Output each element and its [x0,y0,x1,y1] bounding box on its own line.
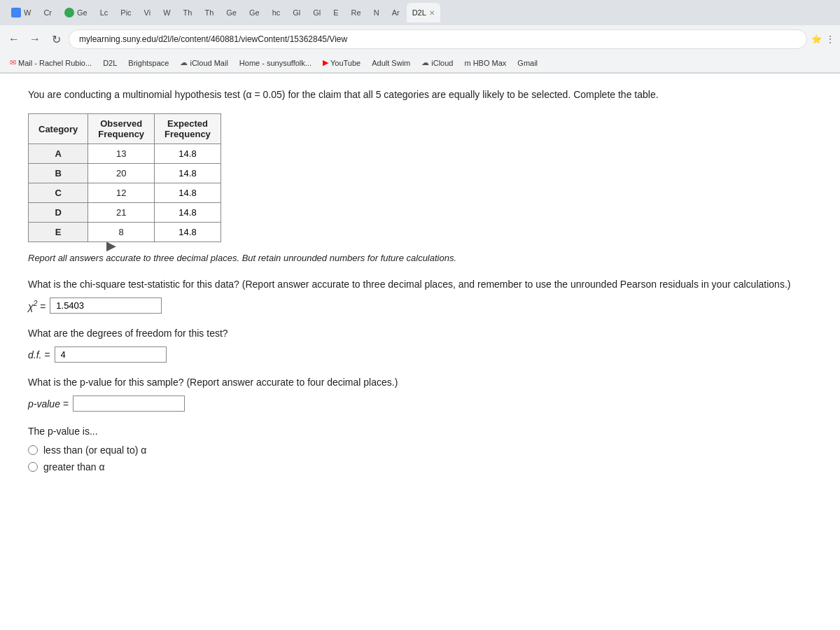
pvalue-input[interactable] [73,396,185,412]
observed-d: 21 [88,203,155,223]
tab-vi[interactable]: Vi [139,3,157,22]
icloud-icon2: ☁ [421,58,429,67]
question-pvalue: What is the p-value for this sample? (Re… [28,375,812,412]
tab-cr[interactable]: Cr [38,3,57,22]
bookmark-icloud[interactable]: ☁ iCloud [417,57,457,69]
tab-ar[interactable]: Ar [386,3,405,22]
youtube-icon: ▶ [323,58,328,67]
q3-text: What is the p-value for this sample? (Re… [28,375,812,390]
col-header-category: Category [29,114,88,144]
category-d: D [29,203,88,223]
q1-text: What is the chi-square test-statistic fo… [28,277,812,292]
col-header-expected: ExpectedFrequency [155,114,221,144]
tab-w[interactable]: W [6,3,36,22]
sidebar-toggle[interactable]: ▶ [106,238,116,253]
q2-text: What are the degrees of freedom for this… [28,326,812,341]
expected-e[interactable] [155,223,221,242]
browser-icons: ⭐ ⋮ [811,34,834,44]
tab-n[interactable]: N [368,3,385,22]
radio-gt-input[interactable] [28,462,38,472]
expected-input-d[interactable] [167,207,209,218]
table-row: E 8 [29,223,221,242]
forward-button[interactable]: → [27,31,43,48]
bookmark-icloud-mail[interactable]: ☁ iCloud Mail [176,57,232,69]
back-button[interactable]: ← [6,31,22,48]
frequency-table: Category ObservedFrequency ExpectedFrequ… [28,113,221,242]
bookmark-home[interactable]: Home - sunysuffolk... [235,57,316,69]
chi-square-input[interactable] [50,298,162,314]
q1-answer-row: χ2 = [28,298,812,314]
category-c: C [29,183,88,203]
address-bar: ← → ↻ ⭐ ⋮ [0,25,840,53]
observed-b: 20 [88,164,155,183]
tab-w2[interactable]: W [158,3,176,22]
category-b: B [29,164,88,183]
tab-lc[interactable]: Lc [94,3,114,22]
q3-answer-row: p-value = [28,396,812,412]
pvalue-comparison: The p-value is... less than (or equal to… [28,424,812,472]
page-content: You are conducting a multinomial hypothe… [0,74,840,630]
tab-bar: W Cr Ge Lc Pic Vi W Th Th Ge Ge [0,0,840,25]
tab-d2l[interactable]: D2L ✕ [407,3,440,22]
radio-leq-input[interactable] [28,445,38,455]
bookmark-youtube[interactable]: ▶ YouTube [318,57,365,69]
tab-ge3[interactable]: Ge [244,3,265,22]
mail-icon: ✉ [10,58,16,67]
reload-button[interactable]: ↻ [48,31,64,48]
expected-c[interactable] [155,183,221,203]
tab-th2[interactable]: Th [199,3,219,22]
q2-label: d.f. = [28,349,50,360]
observed-a: 13 [88,144,155,164]
df-input[interactable] [55,346,167,363]
problem-intro: You are conducting a multinomial hypothe… [28,88,812,102]
bookmark-brightspace[interactable]: Brightspace [124,57,173,69]
bookmark-d2l[interactable]: D2L [99,57,121,69]
radio-leq-label: less than (or equal to) α [43,444,146,456]
category-e: E [29,223,88,242]
radio-gt[interactable]: greater than α [28,461,812,472]
category-a: A [29,144,88,164]
tab-icon-ge [64,8,74,18]
expected-b[interactable] [155,164,221,183]
observed-c: 12 [88,183,155,203]
question-chi-square: What is the chi-square test-statistic fo… [28,277,812,314]
tab-gl2[interactable]: Gl [307,3,326,22]
extension-icon[interactable]: ⭐ [811,34,822,44]
expected-input-c[interactable] [167,188,209,198]
bookmark-mail[interactable]: ✉ Mail - Rachel Rubio... [6,57,96,69]
q3-label: p-value = [28,398,69,410]
table-row: A 13 [29,144,221,164]
expected-a[interactable] [155,144,221,164]
expected-input-e[interactable] [167,227,209,237]
tab-e[interactable]: E [328,3,344,22]
bookmarks-bar: ✉ Mail - Rachel Rubio... D2L Brightspace… [0,53,840,73]
bookmark-adult-swim[interactable]: Adult Swim [368,57,414,69]
table-row: D 21 [29,203,221,223]
radio-gt-label: greater than α [43,461,104,472]
tab-hc[interactable]: hc [267,3,286,22]
expected-input-a[interactable] [167,148,209,159]
tab-pic[interactable]: Pic [115,3,136,22]
radio-group: less than (or equal to) α greater than α [28,444,812,472]
table-row: B 20 [29,164,221,183]
radio-leq[interactable]: less than (or equal to) α [28,444,812,456]
menu-icon[interactable]: ⋮ [826,34,834,44]
tab-icon-w [11,8,21,18]
tab-gl1[interactable]: Gl [287,3,306,22]
tab-th1[interactable]: Th [178,3,198,22]
col-header-observed: ObservedFrequency [88,114,155,144]
tab-ge2[interactable]: Ge [220,3,242,22]
accuracy-note: Report all answers accurate to three dec… [28,252,812,265]
bookmark-gmail[interactable]: Gmail [513,57,542,69]
url-input[interactable] [69,29,807,49]
observed-e: 8 [88,223,155,242]
pvalue-intro-text: The p-value is... [28,424,812,439]
expected-input-b[interactable] [167,168,209,178]
tab-re[interactable]: Re [346,3,367,22]
expected-d[interactable] [155,203,221,223]
question-df: What are the degrees of freedom for this… [28,326,812,363]
bookmark-hbo[interactable]: m HBO Max [460,57,510,69]
tab-ge1[interactable]: Ge [59,3,93,22]
q1-label: χ2 = [28,300,46,312]
q2-answer-row: d.f. = [28,346,812,363]
